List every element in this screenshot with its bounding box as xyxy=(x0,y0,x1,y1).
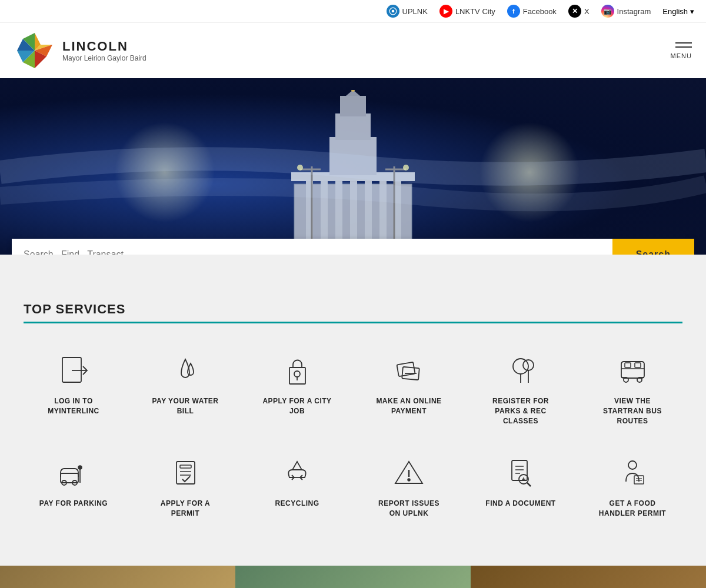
service-cityjob[interactable]: APPLY FOR A CITYJOB xyxy=(247,347,347,432)
service-permit[interactable]: APPLY FOR APERMIT xyxy=(135,449,235,524)
permit-icon xyxy=(168,455,203,490)
service-payment[interactable]: MAKE AN ONLINEPAYMENT xyxy=(359,347,459,432)
city-logo xyxy=(14,30,55,71)
svg-point-72 xyxy=(628,461,637,469)
services-underline xyxy=(24,322,682,323)
search-button[interactable]: Search xyxy=(612,239,694,255)
hamburger-line-1 xyxy=(675,42,692,44)
document-icon xyxy=(503,455,538,490)
language-label: English xyxy=(662,7,688,16)
search-bar: Search xyxy=(12,239,694,255)
payment-icon xyxy=(391,353,427,388)
service-recycling[interactable]: RECYCLING xyxy=(247,449,347,524)
menu-button[interactable]: MENU xyxy=(671,42,692,59)
parking-label: PAY FOR PARKING xyxy=(39,499,108,509)
svg-rect-32 xyxy=(289,368,305,384)
youtube-icon: ▶ xyxy=(439,5,452,18)
logo-area[interactable]: LINCOLN Mayor Leirion Gaylor Baird xyxy=(14,30,146,71)
svg-rect-30 xyxy=(62,358,81,382)
chevron-down-icon: ▾ xyxy=(690,7,694,16)
hamburger-line-2 xyxy=(675,46,692,48)
service-water[interactable]: PAY YOUR WATERBILL xyxy=(135,347,235,432)
facebook-icon: f xyxy=(507,5,520,18)
food-handler-icon xyxy=(615,455,650,490)
login-icon xyxy=(56,353,91,388)
facebook-label: Facebook xyxy=(523,7,557,16)
service-login[interactable]: LOG IN TOMYINTERLINC xyxy=(24,347,124,432)
services-title: TOP SERVICES xyxy=(24,302,682,317)
parking-icon xyxy=(56,455,91,490)
services-grid-row1: LOG IN TOMYINTERLINC PAY YOUR WATERBILL xyxy=(24,347,682,432)
svg-point-63 xyxy=(408,479,410,481)
svg-point-26 xyxy=(297,165,303,171)
svg-point-55 xyxy=(78,466,82,469)
report-icon xyxy=(391,455,427,490)
services-grid-row2: PAY FOR PARKING APPLY FOR APERMIT xyxy=(24,449,682,524)
site-header: LINCOLN Mayor Leirion Gaylor Baird MENU xyxy=(0,23,706,78)
mayor-subtitle: Mayor Leirion Gaylor Baird xyxy=(62,54,146,62)
svg-rect-51 xyxy=(61,473,78,483)
svg-point-1 xyxy=(391,10,394,13)
hero-section: Search xyxy=(0,78,706,255)
hero-light-left xyxy=(106,113,224,231)
city-name: LINCOLN xyxy=(62,39,146,54)
svg-rect-21 xyxy=(340,96,366,116)
service-parks[interactable]: REGISTER FORPARKS & RECCLASSES xyxy=(471,347,571,432)
bus-icon xyxy=(615,353,650,388)
service-parking[interactable]: PAY FOR PARKING xyxy=(24,449,124,524)
language-selector[interactable]: English ▾ xyxy=(662,7,694,16)
food-label: GET A FOODHANDLER PERMIT xyxy=(599,499,666,519)
instagram-link[interactable]: 📷 Instagram xyxy=(601,5,651,18)
payment-label: MAKE AN ONLINEPAYMENT xyxy=(376,396,441,416)
x-label: X xyxy=(584,7,590,16)
instagram-icon: 📷 xyxy=(601,5,614,18)
service-bus[interactable]: VIEW THESTARTRAN BUSROUTES xyxy=(582,347,682,432)
uplnk-icon xyxy=(387,5,399,18)
uplnk-link[interactable]: UPLNK xyxy=(387,5,428,18)
x-link[interactable]: ✕ X xyxy=(568,5,590,18)
service-uplnk[interactable]: REPORT ISSUESON UPLNK xyxy=(359,449,459,524)
svg-point-33 xyxy=(294,371,300,377)
lnktv-link[interactable]: ▶ LNKTV City xyxy=(439,5,495,18)
parks-label: REGISTER FORPARKS & RECCLASSES xyxy=(492,396,549,426)
top-bar: UPLNK ▶ LNKTV City f Facebook ✕ X 📷 Inst… xyxy=(0,0,706,23)
login-label: LOG IN TOMYINTERLINC xyxy=(48,396,99,416)
card-3[interactable] xyxy=(471,566,706,588)
bottom-cards xyxy=(0,566,706,588)
service-document[interactable]: FIND A DOCUMENT xyxy=(471,449,571,524)
service-food[interactable]: GET A FOODHANDLER PERMIT xyxy=(582,449,682,524)
svg-rect-57 xyxy=(180,465,191,468)
svg-rect-19 xyxy=(329,137,377,175)
svg-point-29 xyxy=(403,165,409,171)
svg-rect-35 xyxy=(397,362,415,376)
permit-label: APPLY FOR APERMIT xyxy=(161,499,210,519)
search-input[interactable] xyxy=(12,239,612,255)
menu-label: MENU xyxy=(671,52,692,59)
recycling-icon xyxy=(279,455,315,490)
hero-light-right xyxy=(471,113,588,231)
water-icon xyxy=(168,353,203,388)
cityjob-icon xyxy=(279,353,315,388)
capitol-building xyxy=(277,90,429,255)
uplnk-report-label: REPORT ISSUESON UPLNK xyxy=(378,499,439,519)
cityjob-label: APPLY FOR A CITYJOB xyxy=(262,396,331,416)
card-1[interactable] xyxy=(0,566,235,588)
card-2[interactable] xyxy=(235,566,471,588)
services-section: TOP SERVICES LOG IN TOMYINTERLINC PAY YO… xyxy=(0,255,706,566)
svg-rect-20 xyxy=(335,113,371,140)
logo-text: LINCOLN Mayor Leirion Gaylor Baird xyxy=(62,39,146,62)
lnktv-label: LNKTV City xyxy=(455,7,495,16)
water-label: PAY YOUR WATERBILL xyxy=(152,396,218,416)
x-icon: ✕ xyxy=(568,5,581,18)
instagram-label: Instagram xyxy=(617,7,651,16)
svg-rect-47 xyxy=(625,363,631,368)
svg-line-69 xyxy=(527,483,531,486)
svg-rect-48 xyxy=(635,363,641,368)
uplnk-label: UPLNK xyxy=(402,7,428,16)
facebook-link[interactable]: f Facebook xyxy=(507,5,557,18)
recycling-label: RECYCLING xyxy=(275,499,319,509)
document-label: FIND A DOCUMENT xyxy=(485,499,555,509)
bus-label: VIEW THESTARTRAN BUSROUTES xyxy=(603,396,662,426)
parks-icon xyxy=(503,353,538,388)
